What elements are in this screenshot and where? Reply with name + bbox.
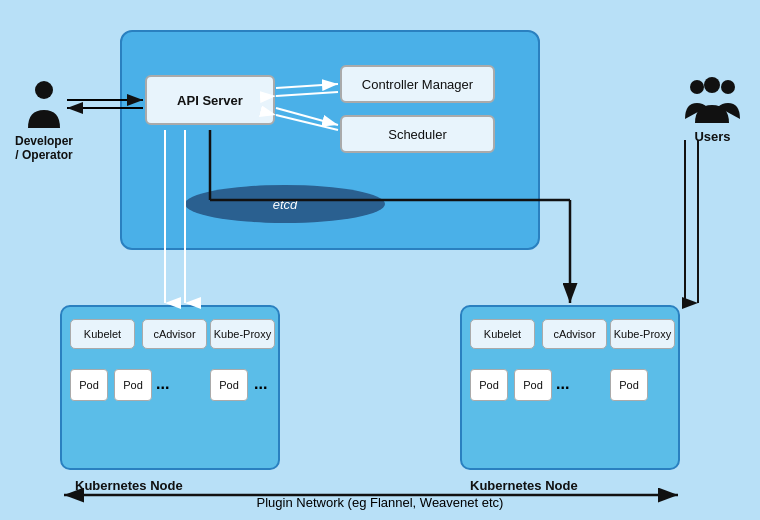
svg-point-2 [721,80,735,94]
cadvisor-right: cAdvisor [542,319,607,349]
pod-right-2: Pod [514,369,552,401]
controller-manager-box: Controller Manager [340,65,495,103]
dots-right-left: ... [254,375,267,393]
svg-point-3 [704,77,720,93]
dots-left: ... [156,375,169,393]
pod-left-2: Pod [114,369,152,401]
dots-right-1: ... [556,375,569,393]
kubeproxy-right: Kube-Proxy [610,319,675,349]
pod-right-1: Pod [470,369,508,401]
k8s-node-left: Kubelet cAdvisor Kube-Proxy Pod Pod ... … [60,305,280,470]
kubeproxy-left: Kube-Proxy [210,319,275,349]
k8s-node-right: Kubelet cAdvisor Kube-Proxy Pod Pod ... … [460,305,680,470]
api-server-box: API Server [145,75,275,125]
k8s-node-label-left: Kubernetes Node [75,478,183,493]
developer-label: Developer/ Operator [15,134,73,162]
kubelet-right: Kubelet [470,319,535,349]
kubelet-left: Kubelet [70,319,135,349]
scheduler-box: Scheduler [340,115,495,153]
pod-right-3: Pod [610,369,648,401]
kubernetes-diagram: Kubernetes Master API Server Controller … [0,0,760,520]
cadvisor-left: cAdvisor [142,319,207,349]
pod-left-3: Pod [210,369,248,401]
svg-point-0 [35,81,53,99]
developer-area: Developer/ Operator [15,80,73,162]
svg-point-1 [690,80,704,94]
k8s-node-label-right: Kubernetes Node [470,478,578,493]
plugin-network-label: Plugin Network (eg Flannel, Weavenet etc… [60,495,700,510]
users-area: Users [685,75,740,144]
pod-left-1: Pod [70,369,108,401]
developer-icon [24,80,64,130]
users-label: Users [694,129,730,144]
etcd-box: etcd [185,185,385,223]
users-icon [685,75,740,125]
